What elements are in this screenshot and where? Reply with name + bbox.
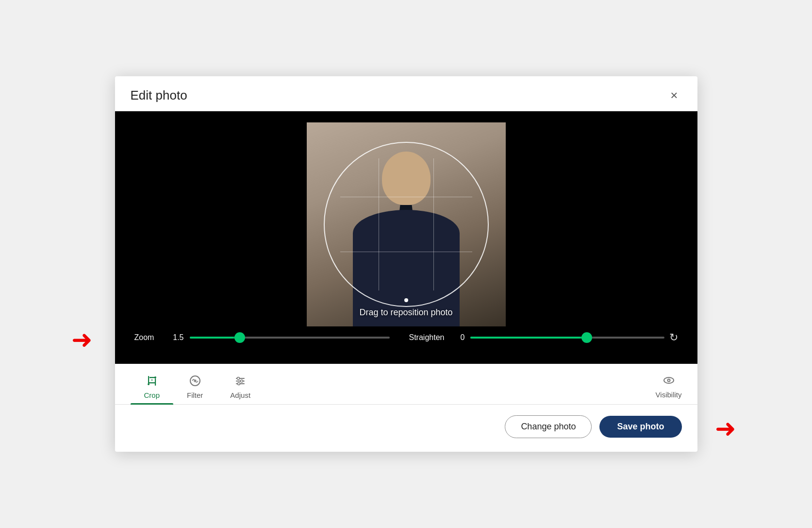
svg-point-14	[237, 377, 240, 380]
photo-canvas[interactable]: Drag to reposition photo	[115, 122, 697, 326]
reset-button[interactable]: ↻	[664, 331, 678, 344]
zoom-label: Zoom	[134, 333, 164, 342]
grid-line	[379, 158, 379, 290]
save-photo-button[interactable]: Save photo	[599, 416, 681, 438]
filter-icon	[189, 375, 201, 389]
change-photo-button[interactable]: Change photo	[505, 415, 592, 438]
svg-point-5	[154, 376, 156, 378]
svg-rect-0	[148, 376, 149, 383]
straighten-slider-group: Straighten 0	[409, 333, 664, 342]
zoom-fill	[190, 337, 240, 339]
grid-line	[433, 158, 434, 290]
crop-icon: +	[146, 375, 158, 389]
modal-header: Edit photo ×	[115, 76, 697, 111]
visibility-icon	[663, 375, 675, 389]
svg-text:+: +	[151, 378, 153, 382]
straighten-value: 0	[450, 333, 464, 342]
zoom-track	[190, 337, 390, 339]
tab-visibility[interactable]: Visibility	[656, 369, 682, 404]
crop-circle-border	[324, 142, 489, 307]
zoom-slider[interactable]	[190, 333, 390, 342]
arrow-left-indicator: ➜	[71, 325, 93, 354]
crop-circle-overlay	[324, 142, 489, 307]
svg-rect-2	[155, 378, 156, 386]
edit-photo-modal: Edit photo ×	[115, 76, 697, 452]
straighten-slider[interactable]	[470, 333, 664, 342]
straighten-fill	[470, 337, 586, 339]
adjust-icon	[234, 375, 247, 389]
tab-adjust-label: Adjust	[230, 391, 250, 399]
drag-label: Drag to reposition photo	[359, 307, 452, 318]
center-dot	[404, 298, 408, 302]
tab-filter-label: Filter	[187, 391, 203, 399]
photo-editor-area: Drag to reposition photo ➜ Zoom 1.5	[115, 111, 697, 364]
tab-filter[interactable]: Filter	[173, 369, 216, 404]
svg-rect-1	[148, 382, 156, 383]
straighten-label: Straighten	[409, 333, 445, 342]
visibility-label: Visibility	[656, 391, 682, 399]
tabs-bar: + Crop Filter	[115, 364, 697, 405]
svg-point-15	[241, 380, 243, 382]
svg-point-10	[194, 380, 195, 381]
straighten-thumb[interactable]	[581, 332, 592, 343]
grid-line	[340, 197, 472, 197]
slider-row: Zoom 1.5 Straighten 0	[134, 331, 678, 344]
straighten-track	[470, 337, 664, 339]
tab-adjust[interactable]: Adjust	[216, 369, 264, 404]
arrow-right-indicator: ➜	[715, 414, 736, 443]
tab-crop[interactable]: + Crop	[131, 369, 174, 404]
sliders-area: ➜ Zoom 1.5 Straighten	[115, 326, 697, 353]
reset-icon: ↻	[669, 331, 678, 343]
zoom-value: 1.5	[169, 333, 184, 342]
modal-title: Edit photo	[131, 88, 187, 103]
close-button[interactable]: ×	[666, 87, 681, 103]
footer-area: ➜ Change photo Save photo	[115, 405, 697, 452]
zoom-thumb[interactable]	[234, 332, 245, 343]
tab-crop-label: Crop	[144, 391, 160, 399]
svg-point-16	[238, 383, 240, 385]
svg-point-19	[668, 380, 669, 381]
zoom-slider-group: Zoom 1.5	[134, 333, 390, 342]
svg-point-6	[148, 383, 149, 385]
grid-line	[340, 252, 472, 252]
